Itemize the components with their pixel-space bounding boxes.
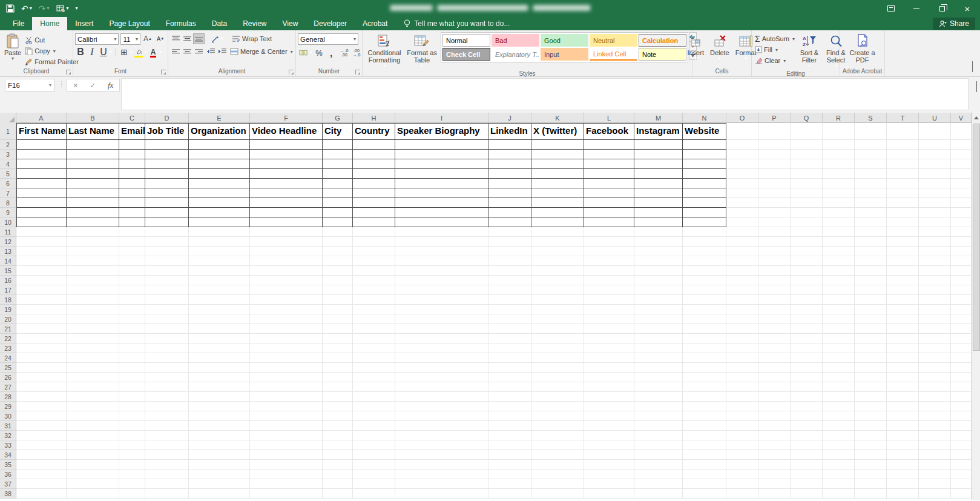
cell-J37[interactable] <box>488 479 531 489</box>
cell-O35[interactable] <box>726 460 758 469</box>
cell-D37[interactable] <box>145 479 189 489</box>
cell-K13[interactable] <box>531 247 584 256</box>
row-header-19[interactable]: 19 <box>0 305 16 314</box>
cell-J9[interactable] <box>488 208 531 217</box>
cell-J31[interactable] <box>488 421 531 431</box>
cell-G35[interactable] <box>323 460 353 469</box>
cell-R33[interactable] <box>823 440 855 450</box>
cell-D23[interactable] <box>145 343 189 353</box>
cell-B16[interactable] <box>67 276 119 285</box>
cell-D24[interactable] <box>145 353 189 363</box>
cell-F6[interactable] <box>250 179 323 188</box>
cell-U22[interactable] <box>919 334 951 343</box>
cell-B18[interactable] <box>67 295 119 305</box>
insert-dropdown-icon[interactable]: ▾ <box>694 56 697 61</box>
cell-N21[interactable] <box>683 324 726 334</box>
cell-P28[interactable] <box>758 392 791 402</box>
cell-N11[interactable] <box>683 227 726 237</box>
row-header-31[interactable]: 31 <box>0 421 16 431</box>
cell-V8[interactable] <box>951 198 972 208</box>
cell-G3[interactable] <box>323 150 353 159</box>
format-as-table-button[interactable]: Format as Table ▾ <box>404 32 439 70</box>
cell-F16[interactable] <box>250 276 323 285</box>
cell-F36[interactable] <box>250 469 323 479</box>
cell-Q26[interactable] <box>791 373 823 382</box>
cell-B10[interactable] <box>67 217 119 227</box>
cell-E36[interactable] <box>189 469 250 479</box>
cell-U35[interactable] <box>919 460 951 469</box>
cell-H19[interactable] <box>353 305 395 314</box>
bottom-align-button[interactable] <box>193 33 205 44</box>
cell-K35[interactable] <box>531 460 584 469</box>
cell-C32[interactable] <box>119 431 145 440</box>
cell-R27[interactable] <box>823 382 855 392</box>
cell-S37[interactable] <box>855 479 887 489</box>
cell-G11[interactable] <box>323 227 353 237</box>
cell-C27[interactable] <box>119 382 145 392</box>
cell-H24[interactable] <box>353 353 395 363</box>
cell-S14[interactable] <box>855 256 887 266</box>
cell-N34[interactable] <box>683 450 726 460</box>
cell-N30[interactable] <box>683 411 726 421</box>
cell-L19[interactable] <box>584 305 634 314</box>
cell-J28[interactable] <box>488 392 531 402</box>
cell-F22[interactable] <box>250 334 323 343</box>
cell-U37[interactable] <box>919 479 951 489</box>
row-header-36[interactable]: 36 <box>0 469 16 479</box>
cell-A4[interactable] <box>16 159 67 169</box>
cell-F13[interactable] <box>250 247 323 256</box>
cell-P18[interactable] <box>758 295 791 305</box>
cell-L8[interactable] <box>584 198 634 208</box>
alignment-dialog-launcher-icon[interactable] <box>289 70 294 75</box>
cell-U10[interactable] <box>919 217 951 227</box>
cell-Q12[interactable] <box>791 237 823 247</box>
cell-L1[interactable]: Facebook <box>584 123 634 140</box>
cell-J3[interactable] <box>488 150 531 159</box>
cell-N38[interactable] <box>683 489 726 499</box>
cell-M5[interactable] <box>634 169 683 179</box>
cell-S38[interactable] <box>855 489 887 499</box>
cell-F29[interactable] <box>250 402 323 411</box>
cell-style-linked-cell[interactable]: Linked Cell <box>590 48 637 61</box>
cell-style-neutral[interactable]: Neutral <box>590 34 637 47</box>
cell-R19[interactable] <box>823 305 855 314</box>
cell-G24[interactable] <box>323 353 353 363</box>
cell-D8[interactable] <box>145 198 189 208</box>
cell-E3[interactable] <box>189 150 250 159</box>
cell-T24[interactable] <box>887 353 919 363</box>
cell-L20[interactable] <box>584 314 634 324</box>
cell-J21[interactable] <box>488 324 531 334</box>
cell-B20[interactable] <box>67 314 119 324</box>
row-header-9[interactable]: 9 <box>0 208 16 217</box>
cell-S28[interactable] <box>855 392 887 402</box>
cell-R18[interactable] <box>823 295 855 305</box>
cell-T9[interactable] <box>887 208 919 217</box>
cell-G23[interactable] <box>323 343 353 353</box>
cell-P23[interactable] <box>758 343 791 353</box>
cell-N15[interactable] <box>683 266 726 276</box>
cell-O12[interactable] <box>726 237 758 247</box>
cell-A11[interactable] <box>16 227 67 237</box>
cell-H3[interactable] <box>353 150 395 159</box>
cell-T27[interactable] <box>887 382 919 392</box>
row-header-5[interactable]: 5 <box>0 169 16 179</box>
cell-U12[interactable] <box>919 237 951 247</box>
cell-U21[interactable] <box>919 324 951 334</box>
cell-Q27[interactable] <box>791 382 823 392</box>
cell-F5[interactable] <box>250 169 323 179</box>
find-select-dropdown-icon[interactable]: ▾ <box>835 64 837 68</box>
comma-style-button[interactable]: , <box>326 47 337 58</box>
cell-K37[interactable] <box>531 479 584 489</box>
cell-T17[interactable] <box>887 285 919 295</box>
cell-F28[interactable] <box>250 392 323 402</box>
cell-N7[interactable] <box>683 188 726 198</box>
cell-C18[interactable] <box>119 295 145 305</box>
cell-O15[interactable] <box>726 266 758 276</box>
cell-F21[interactable] <box>250 324 323 334</box>
cell-I29[interactable] <box>395 402 488 411</box>
cell-M17[interactable] <box>634 285 683 295</box>
cell-E29[interactable] <box>189 402 250 411</box>
cell-N20[interactable] <box>683 314 726 324</box>
cell-O38[interactable] <box>726 489 758 499</box>
fill-color-button[interactable] <box>133 47 144 58</box>
